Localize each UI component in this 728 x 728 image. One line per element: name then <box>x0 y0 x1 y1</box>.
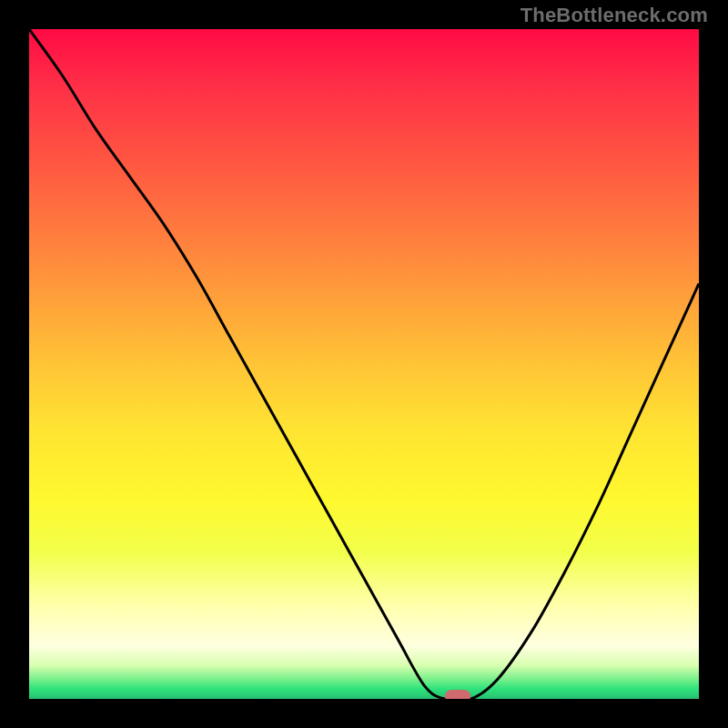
bottleneck-curve <box>29 29 699 699</box>
watermark-text: TheBottleneck.com <box>521 4 708 27</box>
plot-area <box>29 29 699 699</box>
curve-path <box>29 29 699 699</box>
minimum-marker <box>445 690 470 699</box>
chart-frame: TheBottleneck.com <box>0 0 728 728</box>
